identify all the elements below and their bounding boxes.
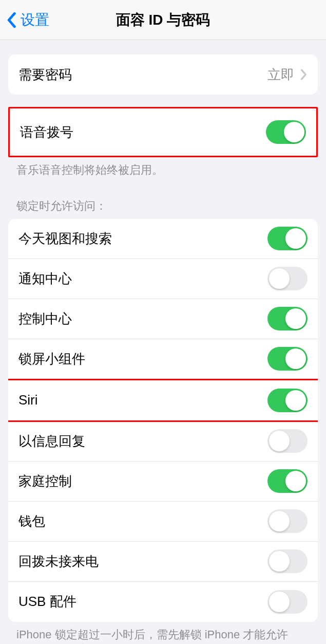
chevron-right-icon xyxy=(300,69,308,80)
lock-access-row: Siri xyxy=(8,380,318,420)
lock-access-toggle[interactable] xyxy=(267,347,308,371)
lock-access-row: 家庭控制 xyxy=(8,462,318,502)
lock-access-row: 以信息回复 xyxy=(8,421,318,462)
lock-access-toggle[interactable] xyxy=(267,590,308,614)
back-button[interactable]: 设置 xyxy=(0,10,49,30)
voice-dial-label: 语音拨号 xyxy=(20,123,73,141)
voice-dial-highlight: 语音拨号 xyxy=(8,107,318,157)
lock-access-group: 今天视图和搜索通知中心控制中心锁屏小组件Siri以信息回复家庭控制钱包回拨未接来… xyxy=(8,219,318,622)
lock-access-row: 今天视图和搜索 xyxy=(8,219,318,259)
lock-access-header: 锁定时允许访问： xyxy=(0,189,326,217)
voice-dial-footer: 音乐语音控制将始终被启用。 xyxy=(0,157,326,178)
voice-dial-group: 语音拨号 xyxy=(10,108,316,156)
require-passcode-row[interactable]: 需要密码 立即 xyxy=(8,54,318,95)
lock-access-toggle[interactable] xyxy=(267,389,308,412)
lock-access-toggle[interactable] xyxy=(267,429,308,453)
require-passcode-value-text: 立即 xyxy=(267,66,294,84)
lock-access-item-label: 控制中心 xyxy=(18,310,72,328)
lock-access-row: 回拨未接来电 xyxy=(8,542,318,582)
lock-access-row: 钱包 xyxy=(8,502,318,542)
require-passcode-value: 立即 xyxy=(267,66,308,84)
lock-access-item-label: USB 配件 xyxy=(18,593,76,611)
lock-access-row: 锁屏小组件 xyxy=(8,339,318,379)
voice-dial-row: 语音拨号 xyxy=(10,108,316,156)
lock-access-row: USB 配件 xyxy=(8,582,318,622)
lock-access-item-label: 通知中心 xyxy=(18,270,72,288)
lock-access-item-label: 钱包 xyxy=(18,512,45,530)
lock-access-toggle[interactable] xyxy=(267,307,308,330)
lock-access-item-label: 今天视图和搜索 xyxy=(18,230,112,248)
lock-access-row: 控制中心 xyxy=(8,299,318,339)
content: 需要密码 立即 语音拨号 音乐语音控制将始终被启用。 锁定时允许访问： 今天视图… xyxy=(0,54,326,644)
lock-access-row: 通知中心 xyxy=(8,259,318,299)
lock-access-toggle[interactable] xyxy=(267,549,308,573)
lock-access-item-label: 回拨未接来电 xyxy=(18,553,99,571)
lock-access-footer: iPhone 锁定超过一小时后，需先解锁 iPhone 才能允许 USB 配件连… xyxy=(0,622,326,644)
lock-access-toggle[interactable] xyxy=(267,469,308,493)
chevron-left-icon xyxy=(6,12,16,28)
lock-access-toggle[interactable] xyxy=(267,267,308,290)
require-passcode-label: 需要密码 xyxy=(18,66,72,84)
page-title: 面容 ID 与密码 xyxy=(116,10,210,30)
lock-access-item-label: 家庭控制 xyxy=(18,472,72,490)
lock-access-item-label: Siri xyxy=(18,392,38,408)
lock-access-toggle[interactable] xyxy=(267,227,308,250)
lock-access-item-label: 锁屏小组件 xyxy=(18,350,85,368)
back-label: 设置 xyxy=(21,10,49,30)
voice-dial-toggle[interactable] xyxy=(266,120,306,144)
lock-access-toggle[interactable] xyxy=(267,509,308,533)
lock-access-item-label: 以信息回复 xyxy=(18,432,85,450)
siri-highlight: Siri xyxy=(8,379,318,422)
require-passcode-group: 需要密码 立即 xyxy=(8,54,318,95)
navbar: 设置 面容 ID 与密码 xyxy=(0,0,326,40)
